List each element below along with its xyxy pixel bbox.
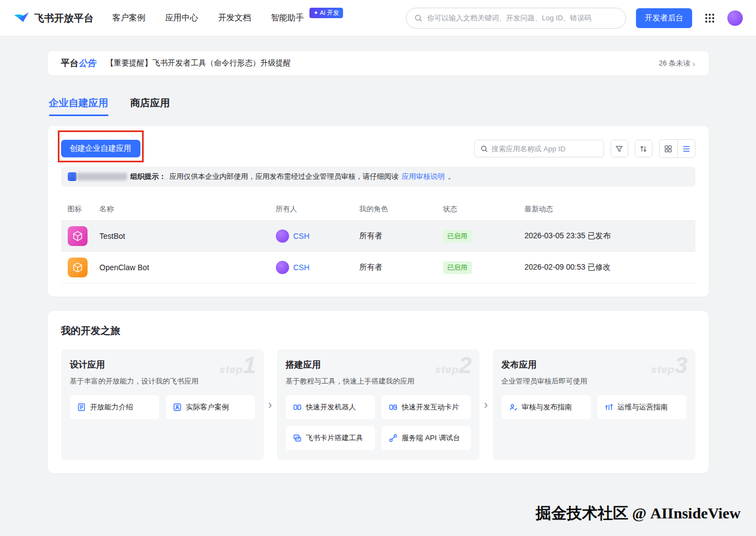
table-header: 图标 名称 所有人 我的角色 状态 最新动态 xyxy=(61,198,695,221)
api-debug-icon xyxy=(389,434,398,442)
brand[interactable]: 飞书开放平台 xyxy=(13,11,94,25)
cube-icon xyxy=(72,230,84,242)
list-view-button[interactable] xyxy=(677,140,695,157)
robot-icon xyxy=(293,403,302,412)
journey-card-desc: 基于丰富的开放能力，设计我的飞书应用 xyxy=(70,376,255,386)
step-watermark: step3 xyxy=(651,354,687,377)
announcement-message[interactable]: 【重要提醒】飞书开发者工具（命令行形态）升级提醒 xyxy=(106,58,649,68)
col-status: 状态 xyxy=(443,204,525,214)
sort-icon xyxy=(639,145,648,153)
filter-button[interactable] xyxy=(611,140,628,157)
community-watermark: 掘金技术社区 @ AIInsideView xyxy=(536,503,741,524)
audit-guide-icon xyxy=(509,403,518,412)
owner-name[interactable]: CSH xyxy=(293,263,310,272)
journey-title: 我的开发之旅 xyxy=(61,324,695,337)
operations-guide-link[interactable]: 运维与运营指南 xyxy=(597,395,687,419)
owner-avatar xyxy=(276,261,289,274)
notice-end: 。 xyxy=(448,172,455,182)
feishu-logo-icon xyxy=(13,11,30,25)
app-icon-openclaw xyxy=(68,258,88,277)
col-owner: 所有人 xyxy=(276,204,360,214)
global-search-input[interactable] xyxy=(427,14,618,22)
card-builder-icon xyxy=(293,434,302,442)
nav-item-customer-cases[interactable]: 客户案例 xyxy=(112,13,145,23)
col-icon: 图标 xyxy=(68,204,100,214)
nav-item-dev-docs[interactable]: 开发文档 xyxy=(218,13,251,23)
create-app-button[interactable]: 创建企业自建应用 xyxy=(61,140,140,157)
global-search[interactable] xyxy=(406,8,626,29)
app-list-panel: 创建企业自建应用 xyxy=(48,126,709,297)
sort-button[interactable] xyxy=(635,140,652,157)
platform-announcement-bar: 平台公告 【重要提醒】飞书开发者工具（命令行形态）升级提醒 26 条未读 › xyxy=(48,51,709,75)
filter-icon xyxy=(615,145,623,153)
list-view-icon xyxy=(682,145,690,153)
primary-nav: 客户案例 应用中心 开发文档 智能助手 ✦ AI 开发 xyxy=(112,13,343,23)
interactive-card-icon xyxy=(389,403,398,412)
my-role: 所有者 xyxy=(360,231,443,241)
app-name: OpenClaw Bot xyxy=(100,263,276,272)
step-watermark: step1 xyxy=(219,354,255,377)
app-name: TestBot xyxy=(100,232,276,240)
tab-store-apps[interactable]: 商店应用 xyxy=(130,96,170,116)
announcement-label: 平台公告 xyxy=(61,58,96,69)
brand-name: 飞书开放平台 xyxy=(34,12,94,25)
tab-self-built-apps[interactable]: 企业自建应用 xyxy=(49,96,108,116)
card-builder-link[interactable]: 飞书卡片搭建工具 xyxy=(286,426,375,450)
grid-view-button[interactable] xyxy=(660,140,677,157)
audit-publish-link[interactable]: 审核与发布指南 xyxy=(502,395,591,419)
customer-case-link[interactable]: 实际客户案例 xyxy=(166,395,255,419)
org-notice-bar: 组织提示： 应用仅供本企业内部使用，应用发布需经过企业管理员审核，请仔细阅读 应… xyxy=(61,167,695,187)
status-badge: 已启用 xyxy=(443,261,472,274)
nav-item-ai-assistant[interactable]: 智能助手 xyxy=(271,13,304,23)
app-table: 图标 名称 所有人 我的角色 状态 最新动态 TestBot xyxy=(61,198,695,283)
user-avatar[interactable] xyxy=(727,10,743,26)
redacted-org-name xyxy=(77,173,127,181)
journey-card-desc: 基于教程与工具，快速上手搭建我的应用 xyxy=(286,376,471,386)
latest-activity: 2026-02-09 00:53 已修改 xyxy=(525,262,689,272)
col-activity: 最新动态 xyxy=(525,204,689,214)
notice-bold: 组织提示： xyxy=(130,172,166,182)
table-row[interactable]: OpenClaw Bot CSH 所有者 已启用 2026-02-09 00:5… xyxy=(61,252,695,283)
chevron-right-icon: › xyxy=(693,59,695,68)
open-capabilities-link[interactable]: 开放能力介绍 xyxy=(70,395,159,419)
review-guide-link[interactable]: 应用审核说明 xyxy=(402,172,445,182)
status-badge: 已启用 xyxy=(443,230,472,243)
journey-card-desc: 企业管理员审核后即可使用 xyxy=(502,376,687,386)
cube-icon xyxy=(72,261,84,274)
apps-grid-icon[interactable] xyxy=(702,10,717,26)
notice-text: 应用仅供本企业内部使用，应用发布需经过企业管理员审核，请仔细阅读 xyxy=(170,172,399,182)
ai-dev-badge[interactable]: ✦ AI 开发 xyxy=(309,8,343,18)
journey-card-build: step2 搭建应用 基于教程与工具，快速上手搭建我的应用 快速开发机器人 xyxy=(277,349,480,460)
app-search[interactable] xyxy=(474,140,604,157)
top-navbar: 飞书开放平台 客户案例 应用中心 开发文档 智能助手 ✦ AI 开发 开发者后台 xyxy=(0,0,756,36)
grid-view-icon xyxy=(664,145,672,153)
owner-name[interactable]: CSH xyxy=(293,232,310,240)
col-role: 我的角色 xyxy=(360,204,443,214)
latest-activity: 2026-03-05 23:35 已发布 xyxy=(525,231,689,241)
interactive-card-link[interactable]: 快速开发互动卡片 xyxy=(382,395,471,419)
col-name: 名称 xyxy=(100,204,276,214)
journey-card-publish: step3 发布应用 企业管理员审核后即可使用 审核与发布指南 xyxy=(493,349,695,460)
chevron-right-icon: › xyxy=(267,398,274,412)
owner-avatar xyxy=(276,229,289,243)
journey-card-design: step1 设计应用 基于丰富的开放能力，设计我的飞书应用 开放能力介绍 xyxy=(61,349,264,460)
dev-journey-panel: 我的开发之旅 step1 设计应用 基于丰富的开放能力，设计我的飞书应用 开放能… xyxy=(48,311,709,473)
app-type-tabs: 企业自建应用 商店应用 xyxy=(48,96,709,116)
my-role: 所有者 xyxy=(360,262,443,272)
chevron-right-icon: › xyxy=(483,398,490,412)
unread-count: 26 条未读 xyxy=(659,58,690,68)
search-icon xyxy=(480,145,488,153)
view-toggle xyxy=(659,139,695,158)
announcement-unread-link[interactable]: 26 条未读 › xyxy=(659,58,695,68)
app-icon-testbot xyxy=(68,226,88,246)
operations-chart-icon xyxy=(605,403,613,412)
search-icon xyxy=(414,14,423,23)
table-row[interactable]: TestBot CSH 所有者 已启用 2026-03-05 23:35 已发布 xyxy=(61,221,695,252)
nav-item-app-center[interactable]: 应用中心 xyxy=(165,13,198,23)
api-debug-link[interactable]: 服务端 API 调试台 xyxy=(382,426,471,450)
developer-console-button[interactable]: 开发者后台 xyxy=(636,8,692,28)
quick-bot-link[interactable]: 快速开发机器人 xyxy=(286,395,375,419)
customer-case-icon xyxy=(173,403,182,412)
app-search-input[interactable] xyxy=(492,145,598,153)
step-watermark: step2 xyxy=(435,354,471,377)
